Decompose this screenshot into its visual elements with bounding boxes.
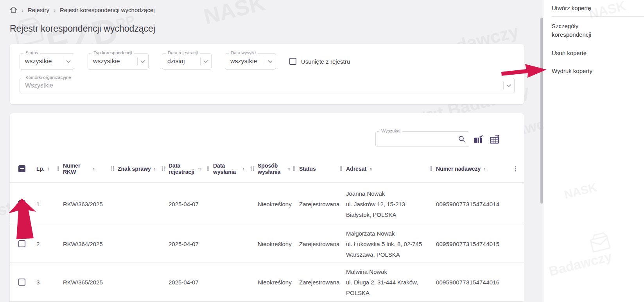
search-input[interactable] (381, 136, 458, 143)
home-icon[interactable] (10, 6, 17, 13)
column-header-lp[interactable]: Lp. (36, 166, 45, 172)
table-row[interactable]: 3 RKW/365/2025 2025-04-07 Nieokreślony Z… (10, 263, 524, 302)
cell-adresat: Joanna Nowakul. Jaskrów 12, 15-213 Biały… (346, 188, 436, 220)
column-header-znak-sprawy[interactable]: Znak sprawy (118, 166, 151, 172)
column-header-data-wyslania[interactable]: Data wysłania (213, 163, 240, 175)
cell-numer-nadawczy: 0095900773154744016 (436, 279, 513, 286)
sort-icon[interactable]: ↑↓ (92, 166, 95, 171)
table-header-row: Lp.↑ Numer RKW↑↓ Znak sprawy↑↓ Data reje… (10, 155, 524, 183)
breadcrumb-separator: › (22, 7, 23, 13)
data-wysylki-label: Data wysyłki (229, 50, 258, 55)
chevron-down-icon[interactable] (203, 58, 208, 65)
chevron-down-icon[interactable] (66, 58, 71, 65)
columns-check-icon[interactable] (472, 134, 484, 145)
cell-numer-rkw: RKW/363/2025 (63, 201, 118, 207)
cell-numer-rkw: RKW/364/2025 (63, 241, 118, 247)
cell-lp: 2 (36, 241, 63, 247)
usun-koperte-button[interactable]: Usuń kopertę (552, 49, 614, 57)
sort-icon[interactable]: ↑↓ (198, 166, 201, 171)
status-value: wszystkie (25, 58, 61, 65)
breadcrumb-item-current[interactable]: Rejestr korespondencji wychodzącej (60, 7, 155, 13)
row-checkbox[interactable] (18, 200, 25, 207)
search-icon[interactable] (458, 135, 466, 143)
cell-data-rejestracji: 2025-04-07 (169, 279, 213, 286)
sort-icon[interactable]: ↑↓ (287, 166, 290, 171)
column-drag-handle[interactable] (292, 166, 295, 171)
row-checkbox[interactable] (18, 240, 25, 247)
column-drag-handle[interactable] (429, 166, 432, 171)
szczegoly-korespondencji-button[interactable]: Szczegóły korespondencji (552, 22, 614, 39)
column-drag-handle[interactable] (206, 166, 209, 171)
wydruk-koperty-button[interactable]: Wydruk koperty (552, 67, 614, 75)
sort-icon[interactable]: ↑↓ (483, 166, 486, 171)
cell-sposob-wyslania: Nieokreślony (258, 241, 299, 247)
column-drag-handle[interactable] (162, 166, 165, 171)
column-header-numer-nadawczy[interactable]: Numer nadawczy (436, 166, 481, 172)
cell-numer-nadawczy: 0095900773154744015 (436, 241, 513, 247)
filters-panel: Status wszystkie Typ korespondencji wszy… (10, 44, 524, 104)
utworz-koperte-button[interactable]: Utwórz kopertę (552, 4, 614, 13)
cell-sposob-wyslania: Nieokreślony (258, 201, 299, 207)
cell-numer-nadawczy: 0095900773154744014 (436, 201, 513, 207)
search-field: Wyszukaj (375, 131, 469, 147)
row-checkbox[interactable] (18, 279, 25, 286)
column-header-sposob-wyslania[interactable]: Sposób wysłania (258, 163, 284, 175)
column-drag-handle[interactable] (339, 166, 342, 171)
select-all-checkbox[interactable] (18, 165, 25, 172)
vertical-scrollbar[interactable] (540, 18, 543, 204)
typ-korespondencji-label: Typ korespondencji (91, 50, 134, 55)
chevron-down-icon[interactable] (506, 82, 511, 89)
sort-icon[interactable]: ↑↓ (242, 166, 245, 171)
cell-data-rejestracji: 2025-04-07 (169, 201, 213, 207)
usuniete-z-rejestru-label: Usunięte z rejestru (301, 58, 350, 65)
status-select[interactable]: Status wszystkie (20, 53, 74, 70)
cell-lp: 1 (36, 201, 63, 207)
cell-numer-rkw: RKW/365/2025 (63, 279, 118, 286)
breadcrumb: › Rejestry › Rejestr korespondencji wych… (10, 6, 155, 13)
search-label: Wyszukaj (379, 129, 402, 133)
data-wysylki-value: wszystkie (230, 58, 263, 65)
side-panel-divider (552, 16, 644, 17)
column-drag-handle[interactable] (111, 166, 114, 171)
typ-korespondencji-select[interactable]: Typ korespondencji wszystkie (88, 53, 149, 70)
watermark-text: NASK (201, 0, 267, 29)
cell-adresat: Małgorzata Nowakul. Łukowska 5 lok. 8, 0… (346, 228, 436, 260)
column-drag-handle[interactable] (56, 166, 59, 171)
komorki-organizacyjne-select[interactable]: Komórki organizacyjne Wszystkie (20, 78, 515, 93)
table-row[interactable]: 1 RKW/363/2025 2025-04-07 Nieokreślony Z… (10, 183, 524, 225)
status-label: Status (23, 50, 40, 55)
column-header-data-rejestracji[interactable]: Data rejestracji (169, 163, 195, 175)
column-drag-handle[interactable] (251, 166, 254, 171)
correspondence-table-panel: Wyszukaj Lp.↑ Numer RKW↑↓ Znak sprawy↑↓ … (10, 113, 524, 302)
cell-status: Zarejestrowana (299, 241, 346, 247)
column-header-adresat[interactable]: Adresat (346, 166, 366, 172)
usuniete-z-rejestru-checkbox[interactable] (289, 58, 296, 65)
data-wysylki-select[interactable]: Data wysyłki wszystkie (225, 53, 276, 70)
chevron-down-icon[interactable] (140, 58, 145, 65)
table-menu-icon[interactable]: ⋮ (513, 165, 518, 172)
table-row[interactable]: 2 RKW/364/2025 2025-04-07 Nieokreślony Z… (10, 225, 524, 263)
table-export-icon[interactable] (489, 134, 501, 145)
cell-status: Zarejestrowana (299, 279, 346, 286)
actions-side-panel: Utwórz kopertę Szczegóły korespondencji … (544, 0, 644, 302)
sort-asc-icon[interactable]: ↑ (47, 166, 50, 172)
cell-data-rejestracji: 2025-04-07 (169, 241, 213, 247)
typ-korespondencji-value: wszystkie (93, 58, 136, 65)
cell-adresat: Malwina Nowakul. Długa 2, 31-444 Kraków,… (346, 266, 436, 298)
column-header-numer-rkw[interactable]: Numer RKW (63, 163, 90, 175)
chevron-down-icon[interactable] (268, 58, 273, 65)
cell-sposob-wyslania: Nieokreślony (258, 279, 299, 286)
breadcrumb-separator: › (54, 7, 56, 13)
data-rejestracji-label: Data rejestracji (166, 50, 200, 55)
breadcrumb-item-rejestry[interactable]: Rejestry (28, 7, 49, 13)
cell-status: Zarejestrowana (299, 201, 346, 207)
usuniete-z-rejestru-checkbox-row: Usunięte z rejestru (289, 58, 350, 65)
komorki-organizacyjne-placeholder: Wszystkie (25, 82, 502, 89)
column-header-status[interactable]: Status (299, 166, 316, 172)
data-rejestracji-value: dzisiaj (167, 58, 199, 65)
komorki-organizacyjne-label: Komórki organizacyjne (23, 75, 73, 80)
sort-icon[interactable]: ↑↓ (369, 166, 372, 171)
cell-lp: 3 (36, 279, 63, 286)
sort-icon[interactable]: ↑↓ (154, 166, 156, 171)
data-rejestracji-select[interactable]: Data rejestracji dzisiaj (162, 53, 212, 70)
